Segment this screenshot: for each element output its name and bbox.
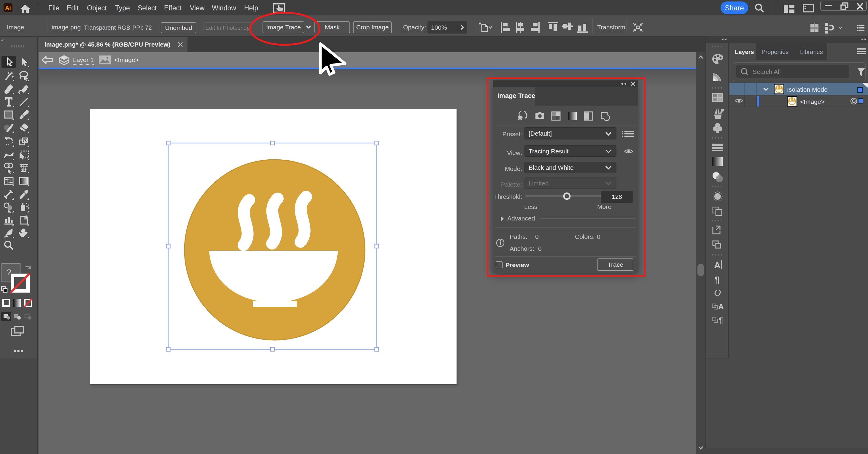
svg-text:O: O bbox=[714, 287, 721, 298]
svg-text:A: A bbox=[714, 260, 720, 270]
svg-text:¶: ¶ bbox=[719, 316, 723, 325]
svg-text:A: A bbox=[718, 302, 724, 311]
svg-text:¶: ¶ bbox=[715, 274, 720, 284]
svg-text:?: ? bbox=[6, 267, 11, 277]
